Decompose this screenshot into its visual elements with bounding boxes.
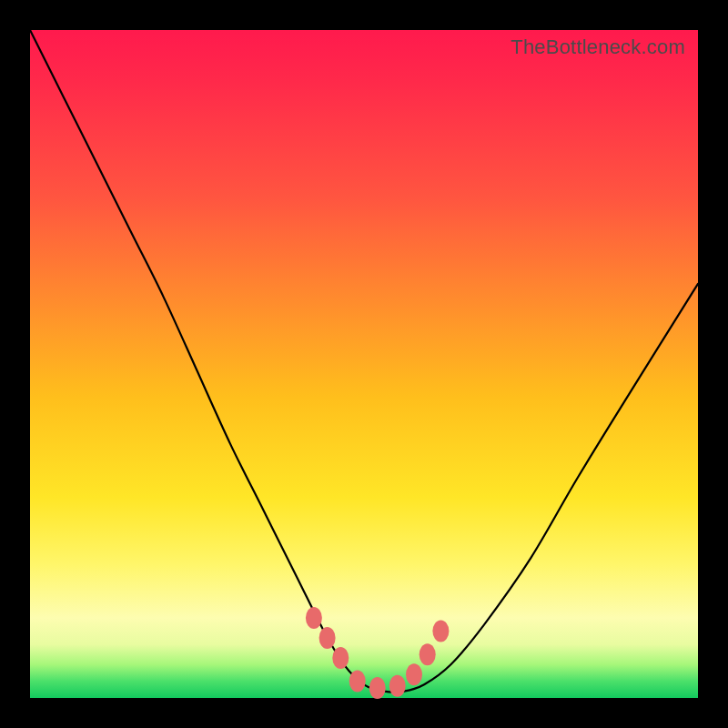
curve-marker <box>406 663 422 685</box>
curve-marker <box>420 643 436 665</box>
plot-area: TheBottleneck.com <box>30 30 698 698</box>
chart-overlay <box>30 30 698 698</box>
curve-marker <box>432 621 449 642</box>
curve-marker <box>332 647 349 669</box>
curve-marker <box>306 607 322 629</box>
curve-marker <box>349 671 366 693</box>
curve-marker <box>369 677 386 699</box>
marker-group <box>306 607 450 699</box>
curve-marker <box>389 675 406 697</box>
outer-frame: TheBottleneck.com <box>0 0 728 728</box>
bottleneck-curve <box>30 30 698 693</box>
curve-marker <box>319 627 336 649</box>
